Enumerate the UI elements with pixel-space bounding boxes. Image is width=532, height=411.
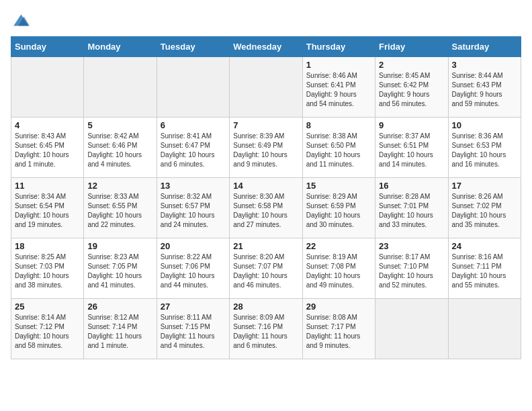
day-number: 4 bbox=[15, 120, 80, 130]
calendar-cell bbox=[11, 57, 84, 118]
day-number: 13 bbox=[161, 181, 226, 191]
calendar-cell: 10Sunrise: 8:36 AM Sunset: 6:53 PM Dayli… bbox=[448, 118, 521, 178]
calendar-cell: 22Sunrise: 8:19 AM Sunset: 7:08 PM Dayli… bbox=[302, 238, 375, 299]
day-info: Sunrise: 8:45 AM Sunset: 6:42 PM Dayligh… bbox=[379, 71, 444, 109]
calendar-cell bbox=[448, 299, 521, 359]
calendar-cell: 20Sunrise: 8:22 AM Sunset: 7:06 PM Dayli… bbox=[157, 238, 229, 299]
calendar-cell bbox=[84, 57, 157, 118]
week-row-4: 18Sunrise: 8:25 AM Sunset: 7:03 PM Dayli… bbox=[11, 238, 521, 299]
day-number: 5 bbox=[87, 120, 152, 130]
calendar-cell: 18Sunrise: 8:25 AM Sunset: 7:03 PM Dayli… bbox=[11, 238, 84, 299]
day-info: Sunrise: 8:11 AM Sunset: 7:15 PM Dayligh… bbox=[161, 313, 226, 351]
day-number: 16 bbox=[379, 181, 444, 191]
day-info: Sunrise: 8:25 AM Sunset: 7:03 PM Dayligh… bbox=[15, 253, 80, 290]
day-info: Sunrise: 8:43 AM Sunset: 6:45 PM Dayligh… bbox=[15, 132, 80, 169]
calendar-cell: 7Sunrise: 8:39 AM Sunset: 6:49 PM Daylig… bbox=[230, 118, 302, 178]
day-info: Sunrise: 8:33 AM Sunset: 6:55 PM Dayligh… bbox=[87, 192, 152, 230]
day-info: Sunrise: 8:37 AM Sunset: 6:51 PM Dayligh… bbox=[379, 132, 444, 169]
day-number: 23 bbox=[379, 241, 444, 251]
calendar-cell: 2Sunrise: 8:45 AM Sunset: 6:42 PM Daylig… bbox=[375, 57, 448, 118]
calendar-cell: 26Sunrise: 8:12 AM Sunset: 7:14 PM Dayli… bbox=[84, 299, 157, 359]
day-info: Sunrise: 8:08 AM Sunset: 7:17 PM Dayligh… bbox=[306, 313, 371, 351]
day-info: Sunrise: 8:34 AM Sunset: 6:54 PM Dayligh… bbox=[15, 192, 80, 230]
logo-icon bbox=[11, 11, 30, 30]
day-number: 27 bbox=[161, 302, 226, 312]
day-info: Sunrise: 8:19 AM Sunset: 7:08 PM Dayligh… bbox=[306, 253, 371, 290]
day-number: 29 bbox=[306, 302, 371, 312]
day-info: Sunrise: 8:41 AM Sunset: 6:47 PM Dayligh… bbox=[161, 132, 226, 169]
day-number: 7 bbox=[233, 120, 298, 130]
day-number: 8 bbox=[306, 120, 371, 130]
day-number: 25 bbox=[15, 302, 80, 312]
header-row: SundayMondayTuesdayWednesdayThursdayFrid… bbox=[11, 37, 521, 57]
calendar-cell bbox=[157, 57, 229, 118]
week-row-3: 11Sunrise: 8:34 AM Sunset: 6:54 PM Dayli… bbox=[11, 178, 521, 238]
day-info: Sunrise: 8:12 AM Sunset: 7:14 PM Dayligh… bbox=[87, 313, 152, 351]
week-row-5: 25Sunrise: 8:14 AM Sunset: 7:12 PM Dayli… bbox=[11, 299, 521, 359]
day-number: 20 bbox=[161, 241, 226, 251]
day-info: Sunrise: 8:46 AM Sunset: 6:41 PM Dayligh… bbox=[306, 71, 371, 109]
calendar-cell: 15Sunrise: 8:29 AM Sunset: 6:59 PM Dayli… bbox=[302, 178, 375, 238]
day-info: Sunrise: 8:28 AM Sunset: 7:01 PM Dayligh… bbox=[379, 192, 444, 230]
header bbox=[11, 11, 521, 30]
calendar-cell: 4Sunrise: 8:43 AM Sunset: 6:45 PM Daylig… bbox=[11, 118, 84, 178]
calendar-cell: 24Sunrise: 8:16 AM Sunset: 7:11 PM Dayli… bbox=[448, 238, 521, 299]
day-info: Sunrise: 8:38 AM Sunset: 6:50 PM Dayligh… bbox=[306, 132, 371, 169]
calendar-cell: 13Sunrise: 8:32 AM Sunset: 6:57 PM Dayli… bbox=[157, 178, 229, 238]
day-info: Sunrise: 8:42 AM Sunset: 6:46 PM Dayligh… bbox=[87, 132, 152, 169]
day-number: 1 bbox=[306, 60, 371, 70]
calendar-cell: 23Sunrise: 8:17 AM Sunset: 7:10 PM Dayli… bbox=[375, 238, 448, 299]
calendar-cell: 16Sunrise: 8:28 AM Sunset: 7:01 PM Dayli… bbox=[375, 178, 448, 238]
day-number: 21 bbox=[233, 241, 298, 251]
day-number: 14 bbox=[233, 181, 298, 191]
calendar-cell: 27Sunrise: 8:11 AM Sunset: 7:15 PM Dayli… bbox=[157, 299, 229, 359]
calendar-cell: 9Sunrise: 8:37 AM Sunset: 6:51 PM Daylig… bbox=[375, 118, 448, 178]
day-info: Sunrise: 8:30 AM Sunset: 6:58 PM Dayligh… bbox=[233, 192, 298, 230]
calendar-cell bbox=[230, 57, 302, 118]
calendar-cell: 12Sunrise: 8:33 AM Sunset: 6:55 PM Dayli… bbox=[84, 178, 157, 238]
day-number: 19 bbox=[87, 241, 152, 251]
calendar-cell: 5Sunrise: 8:42 AM Sunset: 6:46 PM Daylig… bbox=[84, 118, 157, 178]
week-row-1: 1Sunrise: 8:46 AM Sunset: 6:41 PM Daylig… bbox=[11, 57, 521, 118]
day-info: Sunrise: 8:36 AM Sunset: 6:53 PM Dayligh… bbox=[452, 132, 517, 169]
calendar-cell: 29Sunrise: 8:08 AM Sunset: 7:17 PM Dayli… bbox=[302, 299, 375, 359]
day-info: Sunrise: 8:23 AM Sunset: 7:05 PM Dayligh… bbox=[87, 253, 152, 290]
calendar-cell: 14Sunrise: 8:30 AM Sunset: 6:58 PM Dayli… bbox=[230, 178, 302, 238]
day-number: 11 bbox=[15, 181, 80, 191]
calendar-cell bbox=[375, 299, 448, 359]
calendar-cell: 17Sunrise: 8:26 AM Sunset: 7:02 PM Dayli… bbox=[448, 178, 521, 238]
day-header-thursday: Thursday bbox=[302, 37, 375, 57]
calendar-cell: 1Sunrise: 8:46 AM Sunset: 6:41 PM Daylig… bbox=[302, 57, 375, 118]
day-info: Sunrise: 8:29 AM Sunset: 6:59 PM Dayligh… bbox=[306, 192, 371, 230]
day-info: Sunrise: 8:17 AM Sunset: 7:10 PM Dayligh… bbox=[379, 253, 444, 290]
day-info: Sunrise: 8:20 AM Sunset: 7:07 PM Dayligh… bbox=[233, 253, 298, 290]
day-number: 10 bbox=[452, 120, 517, 130]
day-header-monday: Monday bbox=[84, 37, 157, 57]
logo bbox=[11, 11, 32, 30]
day-info: Sunrise: 8:26 AM Sunset: 7:02 PM Dayligh… bbox=[452, 192, 517, 230]
day-header-sunday: Sunday bbox=[11, 37, 84, 57]
day-number: 26 bbox=[87, 302, 152, 312]
day-info: Sunrise: 8:44 AM Sunset: 6:43 PM Dayligh… bbox=[452, 71, 517, 109]
day-number: 18 bbox=[15, 241, 80, 251]
day-number: 9 bbox=[379, 120, 444, 130]
calendar-table: SundayMondayTuesdayWednesdayThursdayFrid… bbox=[11, 36, 521, 359]
day-header-wednesday: Wednesday bbox=[230, 37, 302, 57]
day-header-saturday: Saturday bbox=[448, 37, 521, 57]
day-info: Sunrise: 8:16 AM Sunset: 7:11 PM Dayligh… bbox=[452, 253, 517, 290]
calendar-cell: 8Sunrise: 8:38 AM Sunset: 6:50 PM Daylig… bbox=[302, 118, 375, 178]
day-number: 6 bbox=[161, 120, 226, 130]
day-info: Sunrise: 8:39 AM Sunset: 6:49 PM Dayligh… bbox=[233, 132, 298, 169]
day-info: Sunrise: 8:14 AM Sunset: 7:12 PM Dayligh… bbox=[15, 313, 80, 351]
day-number: 28 bbox=[233, 302, 298, 312]
week-row-2: 4Sunrise: 8:43 AM Sunset: 6:45 PM Daylig… bbox=[11, 118, 521, 178]
calendar-cell: 11Sunrise: 8:34 AM Sunset: 6:54 PM Dayli… bbox=[11, 178, 84, 238]
day-number: 22 bbox=[306, 241, 371, 251]
day-number: 15 bbox=[306, 181, 371, 191]
calendar-cell: 6Sunrise: 8:41 AM Sunset: 6:47 PM Daylig… bbox=[157, 118, 229, 178]
day-number: 12 bbox=[87, 181, 152, 191]
calendar-cell: 21Sunrise: 8:20 AM Sunset: 7:07 PM Dayli… bbox=[230, 238, 302, 299]
day-number: 17 bbox=[452, 181, 517, 191]
calendar-cell: 19Sunrise: 8:23 AM Sunset: 7:05 PM Dayli… bbox=[84, 238, 157, 299]
day-info: Sunrise: 8:32 AM Sunset: 6:57 PM Dayligh… bbox=[161, 192, 226, 230]
